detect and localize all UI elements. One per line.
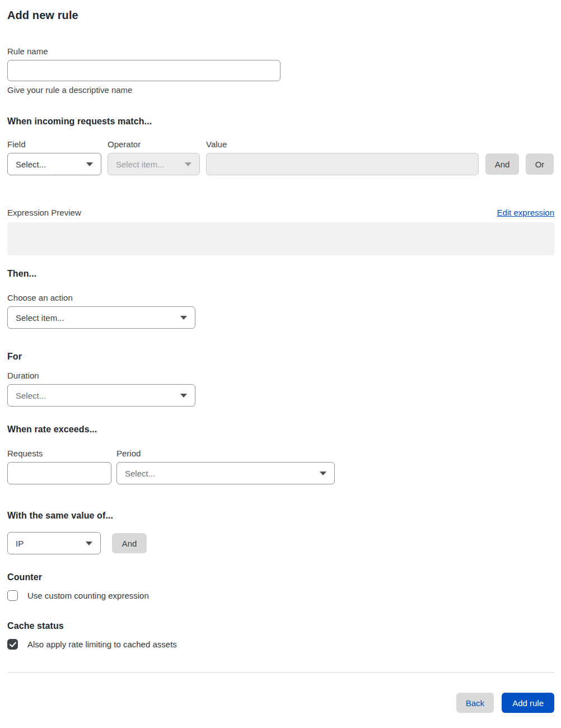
characteristic-select-value: IP <box>16 539 24 548</box>
chevron-down-icon <box>320 472 326 475</box>
cache-heading: Cache status <box>7 621 554 631</box>
cache-checkbox-row: Also apply rate limiting to cached asset… <box>7 639 554 650</box>
cached-assets-label: Also apply rate limiting to cached asset… <box>27 640 177 649</box>
operator-column: Operator Select item... <box>107 139 200 175</box>
rule-name-input[interactable] <box>7 60 280 81</box>
chevron-down-icon <box>185 162 191 166</box>
rule-name-label: Rule name <box>7 46 554 56</box>
then-heading: Then... <box>7 269 554 279</box>
counter-checkbox-row: Use custom counting expression <box>7 590 554 601</box>
duration-label: Duration <box>7 371 554 380</box>
action-label: Choose an action <box>7 293 554 302</box>
counter-heading: Counter <box>7 572 554 582</box>
add-rule-button[interactable]: Add rule <box>502 693 554 713</box>
and-button[interactable]: And <box>485 153 519 175</box>
same-value-row: IP And <box>7 532 554 554</box>
rate-heading: When rate exceeds... <box>7 424 554 435</box>
value-input <box>206 153 479 175</box>
same-value-and-button[interactable]: And <box>112 533 147 553</box>
rate-row: Requests Period Select... <box>7 449 554 484</box>
page-title: Add new rule <box>7 9 554 22</box>
period-column: Period Select... <box>116 449 335 484</box>
chevron-down-icon <box>86 542 92 545</box>
rule-name-help: Give your rule a descriptive name <box>7 85 554 95</box>
operator-label: Operator <box>107 139 200 149</box>
footer-actions: Back Add rule <box>7 673 554 713</box>
chevron-down-icon <box>180 316 187 320</box>
add-rule-form: Add new rule Rule name Give your rule a … <box>0 0 561 721</box>
period-select[interactable]: Select... <box>116 462 335 484</box>
edit-expression-link[interactable]: Edit expression <box>497 208 554 217</box>
check-icon <box>10 642 16 647</box>
value-label: Value <box>206 139 479 149</box>
match-builder-row: Field Select... Operator Select item... … <box>7 139 554 175</box>
characteristic-select[interactable]: IP <box>7 532 101 554</box>
custom-counting-checkbox[interactable] <box>7 590 18 601</box>
requests-label: Requests <box>7 449 111 458</box>
requests-column: Requests <box>7 449 111 484</box>
operator-select: Select item... <box>107 153 200 175</box>
period-select-value: Select... <box>125 469 155 478</box>
requests-input[interactable] <box>7 462 111 484</box>
period-label: Period <box>116 449 335 458</box>
field-label: Field <box>7 139 101 149</box>
custom-counting-label: Use custom counting expression <box>27 591 149 600</box>
expression-preview-row: Expression Preview Edit expression <box>7 208 554 217</box>
field-select[interactable]: Select... <box>7 153 101 175</box>
duration-select[interactable]: Select... <box>7 384 195 407</box>
match-heading: When incoming requests match... <box>7 116 554 127</box>
cached-assets-checkbox[interactable] <box>7 639 18 650</box>
action-select-value: Select item... <box>16 313 64 323</box>
chevron-down-icon <box>180 394 187 398</box>
same-value-heading: With the same value of... <box>7 511 554 521</box>
action-select[interactable]: Select item... <box>7 306 195 329</box>
for-heading: For <box>7 352 554 362</box>
or-button[interactable]: Or <box>526 153 554 175</box>
expression-preview-box <box>7 222 554 255</box>
field-column: Field Select... <box>7 139 101 175</box>
field-select-value: Select... <box>16 160 46 169</box>
expression-preview-label: Expression Preview <box>7 208 81 217</box>
chevron-down-icon <box>86 162 93 166</box>
duration-select-value: Select... <box>16 391 46 400</box>
operator-select-value: Select item... <box>116 160 165 169</box>
back-button[interactable]: Back <box>456 693 494 713</box>
value-column: Value <box>206 139 479 175</box>
